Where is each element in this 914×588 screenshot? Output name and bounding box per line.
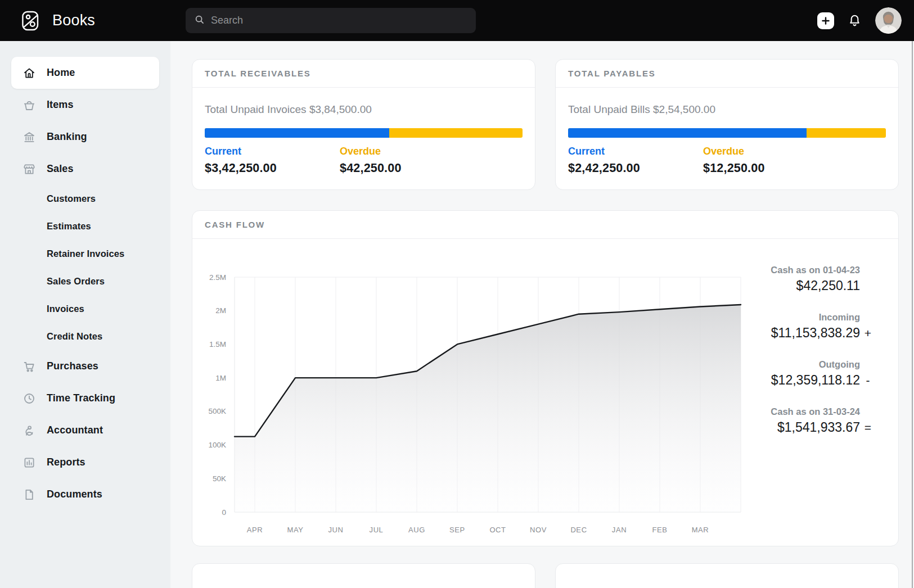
unpaid-invoices-summary: Total Unpaid Invoices $3,84,500.00 — [205, 103, 523, 116]
notifications-bell-icon[interactable] — [847, 13, 862, 28]
books-logo-icon — [19, 8, 44, 33]
payables-current-segment — [568, 128, 807, 138]
cart-icon — [22, 360, 36, 373]
sidebar-item-label: Accountant — [47, 424, 103, 436]
receivables-progress-bar — [205, 128, 523, 138]
svg-text:100K: 100K — [208, 441, 226, 449]
sidebar-item-label: Sales — [47, 163, 74, 175]
sidebar-item-reports[interactable]: Reports — [11, 446, 159, 478]
payables-current-amount: $2,42,250.00 — [568, 161, 703, 175]
sidebar-item-label: Estimates — [47, 221, 91, 232]
sidebar-item-accountant[interactable]: Accountant — [11, 414, 159, 446]
storefront-icon — [22, 162, 36, 176]
svg-text:FEB: FEB — [652, 526, 667, 534]
svg-text:SEP: SEP — [449, 526, 465, 534]
app-window: Books — [0, 0, 914, 588]
search-bar[interactable] — [186, 8, 476, 33]
sidebar-item-label: Time Tracking — [47, 392, 115, 404]
sidebar-item-customers[interactable]: Customers — [11, 185, 159, 212]
sidebar: HomeItemsBankingSalesCustomersEstimatesR… — [0, 41, 170, 588]
svg-text:MAY: MAY — [287, 526, 303, 534]
sidebar-item-label: Documents — [47, 489, 102, 500]
svg-text:NOV: NOV — [530, 526, 547, 534]
summary-cards-row: TOTAL RECEIVABLES Total Unpaid Invoices … — [192, 59, 899, 190]
app-logo: Books — [0, 8, 170, 33]
svg-text:OCT: OCT — [489, 526, 506, 534]
receivables-current-amount: $3,42,250.00 — [205, 161, 340, 175]
svg-text:DEC: DEC — [570, 526, 587, 534]
search-input[interactable] — [211, 15, 468, 26]
svg-text:1.5M: 1.5M — [209, 340, 226, 349]
user-avatar[interactable] — [875, 7, 902, 34]
svg-text:2M: 2M — [215, 306, 226, 315]
svg-text:2.5M: 2.5M — [209, 273, 226, 282]
payables-overdue-amount: $12,250.00 — [703, 161, 765, 175]
cash-flow-title: CASH FLOW — [205, 220, 265, 229]
svg-text:JUL: JUL — [370, 526, 384, 534]
sidebar-item-label: Retainer Invoices — [47, 248, 124, 259]
income-and-expense-card: INCOME AND EXPENSE — [192, 563, 535, 588]
cash-flow-header: CASH FLOW — [192, 211, 898, 239]
bottom-cards-row: INCOME AND EXPENSE TOP EXPENSES — [192, 563, 899, 588]
sidebar-item-time-tracking[interactable]: Time Tracking — [11, 382, 159, 414]
search-icon — [193, 13, 205, 28]
stat-label: Incoming — [713, 312, 876, 323]
sidebar-item-banking[interactable]: Banking — [11, 121, 159, 153]
top-bar: Books — [0, 0, 914, 41]
basket-icon — [22, 98, 36, 112]
svg-text:50K: 50K — [213, 474, 226, 483]
dashboard: TOTAL RECEIVABLES Total Unpaid Invoices … — [170, 41, 914, 588]
svg-text:AUG: AUG — [408, 526, 425, 534]
sidebar-item-retainer-invoices[interactable]: Retainer Invoices — [11, 240, 159, 268]
stat-value: $1,541,933.67= — [713, 420, 876, 435]
sidebar-item-home[interactable]: Home — [11, 57, 159, 89]
sidebar-item-label: Reports — [47, 456, 85, 468]
sidebar-item-items[interactable]: Items — [11, 89, 159, 121]
payables-current-label: Current — [568, 146, 703, 157]
total-payables-header: TOTAL PAYABLES — [556, 60, 898, 88]
total-receivables-card: TOTAL RECEIVABLES Total Unpaid Invoices … — [192, 59, 535, 190]
sidebar-item-sales[interactable]: Sales — [11, 153, 159, 185]
app-title: Books — [52, 12, 95, 29]
sidebar-item-invoices[interactable]: Invoices — [11, 295, 159, 323]
cash-flow-area-chart: 050K100K500K1M1.5M2M2.5MAPRMAYJUNJULAUGS… — [204, 258, 744, 539]
stat-value: $12,359,118.12- — [713, 373, 876, 388]
receivables-current-segment — [205, 128, 389, 138]
unpaid-bills-summary: Total Unpaid Bills $2,54,500.00 — [568, 103, 886, 116]
cash-flow-stat-cash-as-on-31-03-24: Cash as on 31-03-24$1,541,933.67= — [713, 406, 876, 435]
sidebar-item-label: Sales Orders — [47, 276, 105, 287]
stat-label: Cash as on 01-04-23 — [713, 265, 876, 275]
sidebar-item-label: Banking — [47, 131, 87, 143]
sidebar-item-credit-notes[interactable]: Credit Notes — [11, 323, 159, 350]
sidebar-item-label: Credit Notes — [47, 331, 102, 342]
scrollbar[interactable] — [912, 41, 913, 588]
stat-operator: - — [860, 374, 876, 387]
sidebar-item-label: Invoices — [47, 304, 84, 314]
sidebar-item-sales-orders[interactable]: Sales Orders — [11, 268, 159, 295]
payables-overdue-label: Overdue — [703, 146, 765, 157]
clock-icon — [22, 392, 36, 405]
cash-flow-stats: Cash as on 01-04-23$42,250.11Incoming$11… — [713, 265, 876, 454]
report-icon — [22, 456, 36, 469]
stat-label: Cash as on 31-03-24 — [713, 406, 876, 417]
payables-progress-bar — [568, 128, 886, 138]
svg-text:500K: 500K — [208, 407, 226, 415]
stat-value: $11,153,838.29+ — [713, 325, 876, 341]
total-receivables-title: TOTAL RECEIVABLES — [205, 69, 311, 78]
home-icon — [22, 66, 36, 80]
svg-text:0: 0 — [222, 508, 226, 517]
add-new-button[interactable] — [817, 12, 834, 29]
sidebar-item-estimates[interactable]: Estimates — [11, 212, 159, 240]
receivables-overdue-amount: $42,250.00 — [340, 161, 402, 175]
document-icon — [22, 488, 36, 501]
cash-flow-stat-incoming: Incoming$11,153,838.29+ — [713, 312, 876, 341]
svg-text:JAN: JAN — [612, 526, 627, 534]
top-expenses-card: TOP EXPENSES — [555, 563, 899, 588]
sidebar-item-documents[interactable]: Documents — [11, 478, 159, 510]
svg-text:APR: APR — [247, 526, 263, 534]
sidebar-item-label: Purchases — [47, 360, 98, 372]
svg-text:JUN: JUN — [328, 526, 343, 534]
sidebar-item-purchases[interactable]: Purchases — [11, 350, 159, 382]
sidebar-item-label: Items — [47, 99, 74, 111]
svg-text:MAR: MAR — [692, 526, 709, 534]
